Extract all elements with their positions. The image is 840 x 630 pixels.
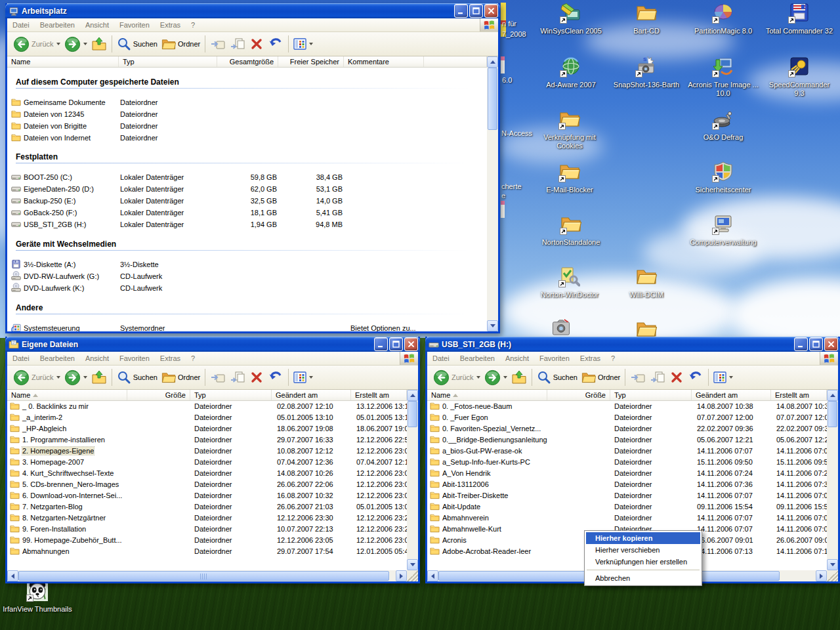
file-row[interactable]: 0.__Bridge-BedienungsanleitungDateiordne… (427, 434, 827, 446)
folders-button[interactable]: Ordner (159, 369, 202, 386)
column-header-gröe[interactable]: Größe (127, 390, 190, 400)
menu-item-?[interactable]: ? (186, 21, 200, 29)
maximize-button[interactable] (809, 337, 823, 351)
file-row[interactable]: 6. Download-von-Internet-Sei...Dateiordn… (7, 490, 407, 501)
back-button[interactable]: Zurück (431, 368, 482, 387)
folders-button[interactable]: Ordner (159, 35, 202, 52)
back-button[interactable]: Zurück (11, 368, 62, 387)
vertical-scrollbar[interactable] (407, 390, 418, 570)
file-row[interactable]: AbmahnvereinDateiordner14.11.2006 07:071… (427, 513, 827, 524)
menu-item-bearbeiten[interactable]: Bearbeiten (35, 354, 80, 362)
close-button[interactable] (404, 337, 418, 351)
column-header-gesamtgröe[interactable]: Gesamtgröße (217, 56, 278, 67)
menu-item-ansicht[interactable]: Ansicht (80, 354, 114, 362)
file-row[interactable]: BOOT-250 (C:)Lokaler Datenträger59,8 GB3… (7, 172, 487, 184)
menu-item-?[interactable]: ? (606, 354, 620, 362)
desktop-icon-irfanview-thumbnails[interactable]: IrfanView Thumbnails (1, 580, 74, 614)
search-button[interactable]: Suchen (115, 369, 159, 386)
desktop-icon-snapshot-136-barth[interactable]: SSnapShot-136-Barth (610, 56, 682, 89)
vertical-scrollbar[interactable] (487, 56, 498, 331)
file-row[interactable]: _a_interim-2Dateiordner05.01.2005 13:100… (7, 412, 407, 423)
desktop-icon-bart-cd[interactable]: Bart-CD (610, 2, 682, 35)
desktop-icon-verkn-pfung-mit[interactable]: Verknüpfung mit Cookies (534, 108, 606, 150)
up-button[interactable] (509, 368, 529, 387)
file-row[interactable]: 9. Foren-InstallationDateiordner10.07.20… (7, 524, 407, 535)
menu-item-bearbeiten[interactable]: Bearbeiten (455, 354, 500, 362)
menu-item-datei[interactable]: Datei (7, 354, 35, 362)
file-row[interactable]: 5. CDs-brennen_Nero-ImagesDateiordner26.… (7, 479, 407, 490)
desktop-icon-computerverwaltung[interactable]: Computerverwaltung (687, 213, 759, 247)
desktop-icon-nortonstandalone[interactable]: NortonStandalone (535, 213, 607, 247)
file-row[interactable]: 4. Kurt_Schriftwechsel-TexteDateiordner1… (7, 468, 407, 479)
maximize-button[interactable] (469, 4, 483, 18)
minimize-button[interactable] (454, 4, 468, 18)
file-row[interactable]: a_Setup-Info-fuer-Kurts-PCDateiordner15.… (427, 457, 827, 468)
forward-button[interactable] (62, 368, 89, 387)
undo-button[interactable] (266, 368, 285, 387)
column-header-name[interactable]: Name (427, 390, 547, 400)
scroll-left-button[interactable] (7, 570, 18, 581)
scroll-up-button[interactable] (827, 390, 838, 401)
column-header-gendertam[interactable]: Geändert am (692, 390, 771, 400)
desktop-icon-partitionmagic-8-0[interactable]: PartitionMagic 8.0 (687, 2, 759, 35)
file-row[interactable]: DVD-Laufwerk (K:)CD-Laufwerk (7, 283, 487, 295)
file-row[interactable]: 7. Netzgarten-BlogDateiordner26.06.2007 … (7, 501, 407, 513)
file-row[interactable]: 8. Netzgarten-NetzgärtnerDateiordner12.1… (7, 513, 407, 524)
file-row[interactable]: 3½-Diskette (A:)3½-Diskette (7, 259, 487, 271)
folders-button[interactable]: Ordner (579, 369, 622, 386)
desktop-icon-acronis-true-image-[interactable]: Acronis True Image ... 10.0 (687, 56, 759, 98)
horizontal-scrollbar[interactable] (7, 570, 407, 581)
resize-grip[interactable] (827, 570, 838, 581)
resize-grip[interactable] (407, 570, 418, 581)
views-button[interactable] (291, 369, 315, 385)
forward-button[interactable] (482, 368, 509, 387)
file-row[interactable]: Abit-13112006Dateiordner14.11.2006 07:36… (427, 479, 827, 490)
menu-item-favoriten[interactable]: Favoriten (114, 21, 155, 29)
undo-button[interactable] (686, 368, 705, 387)
scroll-down-button[interactable] (487, 320, 498, 331)
maximize-button[interactable] (389, 337, 403, 351)
close-button[interactable] (484, 4, 498, 18)
context-menu-item-verknüpfungen-hier-erstellen[interactable]: Verknüpfungen hier erstellen (586, 556, 700, 568)
views-button[interactable] (291, 36, 315, 52)
file-row[interactable]: 3. Homepage-2007Dateiordner07.04.2007 12… (7, 457, 407, 468)
delete-button[interactable] (247, 369, 266, 386)
file-row[interactable]: Gemeinsame DokumenteDateiordner (7, 97, 487, 109)
scroll-down-button[interactable] (827, 559, 838, 570)
file-row[interactable]: SystemsteuerungSystemordnerBietet Option… (7, 323, 487, 331)
desktop-icon-partial[interactable] (525, 318, 597, 339)
column-header-gröe[interactable]: Größe (547, 390, 610, 400)
desktop-icon-e-mail-blocker[interactable]: E-Mail-Blocker (534, 161, 606, 194)
menu-item-?[interactable]: ? (186, 354, 200, 362)
scroll-thumb[interactable] (18, 571, 389, 581)
file-row[interactable]: 0. _Fuer EgonDateiordner07.07.2007 12:00… (427, 412, 827, 423)
arbeitsplatz-titlebar[interactable]: Arbeitsplatz (5, 3, 500, 18)
menu-item-extras[interactable]: Extras (155, 21, 186, 29)
eigene-dateien-titlebar[interactable]: Eigene Dateien (5, 337, 420, 352)
context-menu-item-hierher-kopieren[interactable]: Hierher kopieren (586, 532, 700, 544)
column-header-typ[interactable]: Typ (119, 56, 217, 67)
menu-item-datei[interactable]: Datei (427, 354, 455, 362)
close-button[interactable] (824, 337, 838, 351)
file-row[interactable]: Dateien von IndernetDateiordner (7, 133, 487, 144)
context-menu-item-abbrechen[interactable]: Abbrechen (586, 572, 700, 584)
file-row[interactable]: 0. Favoriten-Spezial_Vernetz...Dateiordn… (427, 423, 827, 434)
move-to-button[interactable] (208, 368, 228, 387)
move-to-button[interactable] (208, 35, 228, 53)
search-button[interactable]: Suchen (115, 35, 159, 52)
search-button[interactable]: Suchen (535, 369, 579, 386)
vertical-scrollbar[interactable] (827, 390, 838, 570)
column-header-gendertam[interactable]: Geändert am (272, 390, 351, 400)
desktop-icon-ad-aware-2007[interactable]: Ad-Aware 2007 (535, 56, 607, 89)
forward-button[interactable] (62, 35, 89, 54)
scroll-right-button[interactable] (396, 570, 407, 581)
scroll-up-button[interactable] (487, 56, 498, 68)
file-row[interactable]: 0. _Fotos-neue-BaumDateiordner14.08.2007… (427, 401, 827, 412)
desktop-icon-willi-dcim[interactable]: Willi-DCIM (610, 266, 682, 299)
file-row[interactable]: EigeneDaten-250 (D:)Lokaler Datenträger6… (7, 184, 487, 196)
column-header-erstelltam[interactable]: Erstellt am (771, 390, 827, 400)
copy-to-button[interactable] (228, 368, 247, 387)
scroll-right-button[interactable] (816, 570, 827, 581)
file-row[interactable]: Abit-UpdateDateiordner09.11.2006 15:5409… (427, 501, 827, 513)
delete-button[interactable] (667, 369, 686, 386)
